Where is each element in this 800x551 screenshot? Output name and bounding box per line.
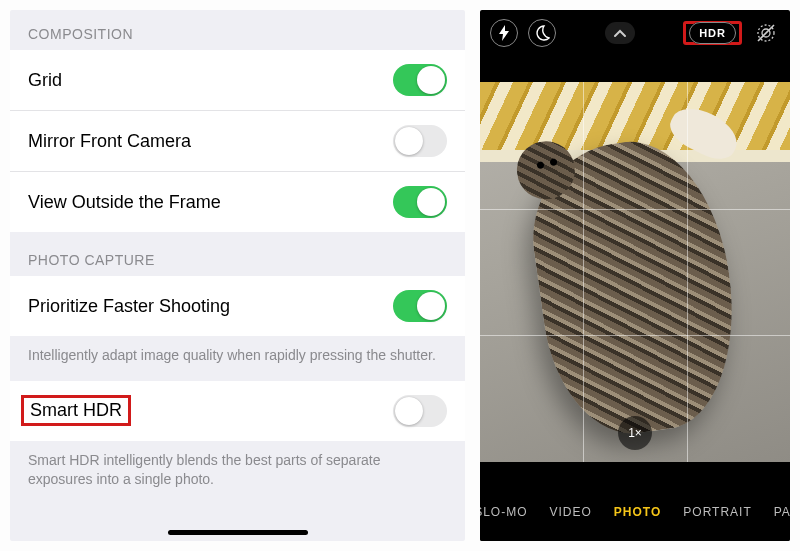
row-prioritize-faster-shooting[interactable]: Prioritize Faster Shooting [10, 276, 465, 336]
camera-mode-strip[interactable]: E SLO-MO VIDEO PHOTO PORTRAIT PANO [480, 483, 790, 541]
row-label: Prioritize Faster Shooting [28, 296, 230, 317]
toggle-smart-hdr[interactable] [393, 395, 447, 427]
flash-icon[interactable] [490, 19, 518, 47]
row-label: Mirror Front Camera [28, 131, 191, 152]
section-smart-hdr-rows: Smart HDR [10, 381, 465, 441]
row-mirror-front-camera[interactable]: Mirror Front Camera [10, 111, 465, 172]
mode-item[interactable]: PANO [774, 505, 790, 519]
viewfinder-subject-cat [521, 130, 750, 444]
row-label: View Outside the Frame [28, 192, 221, 213]
section-header-photo-capture: PHOTO CAPTURE [10, 232, 465, 276]
night-mode-icon[interactable] [528, 19, 556, 47]
svg-line-2 [758, 25, 774, 41]
row-grid[interactable]: Grid [10, 50, 465, 111]
footer-smart-hdr: Smart HDR intelligently blends the best … [10, 441, 465, 505]
section-photo-capture-rows: Prioritize Faster Shooting [10, 276, 465, 336]
grid-line [583, 82, 584, 462]
camera-app-panel: HDR 1× E SLO-MO VIDEO PHOTO PORTRAIT PAN… [480, 10, 790, 541]
mode-item[interactable]: PORTRAIT [683, 505, 751, 519]
toggle-grid[interactable] [393, 64, 447, 96]
mode-item[interactable]: SLO-MO [480, 505, 528, 519]
toggle-prioritize-faster-shooting[interactable] [393, 290, 447, 322]
footer-prioritize: Intelligently adapt image quality when r… [10, 336, 465, 381]
zoom-level-badge[interactable]: 1× [618, 416, 652, 450]
row-label: Smart HDR [22, 396, 130, 425]
section-composition-rows: Grid Mirror Front Camera View Outside th… [10, 50, 465, 232]
mode-item[interactable]: VIDEO [550, 505, 592, 519]
toggle-mirror-front-camera[interactable] [393, 125, 447, 157]
camera-top-bar: HDR [480, 10, 790, 56]
chevron-up-icon[interactable] [605, 22, 635, 44]
row-view-outside-frame[interactable]: View Outside the Frame [10, 172, 465, 232]
grid-line [480, 209, 790, 210]
hdr-highlight-box: HDR [683, 21, 742, 45]
live-photo-off-icon[interactable] [752, 19, 780, 47]
camera-viewfinder[interactable]: 1× [480, 82, 790, 462]
home-indicator[interactable] [168, 530, 308, 535]
camera-settings-panel: COMPOSITION Grid Mirror Front Camera Vie… [10, 10, 465, 541]
row-smart-hdr[interactable]: Smart HDR [10, 381, 465, 441]
toggle-view-outside-frame[interactable] [393, 186, 447, 218]
grid-line [480, 335, 790, 336]
grid-line [687, 82, 688, 462]
mode-item-selected[interactable]: PHOTO [614, 505, 661, 519]
section-header-composition: COMPOSITION [10, 10, 465, 50]
hdr-toggle-pill[interactable]: HDR [689, 22, 736, 44]
row-label: Grid [28, 70, 62, 91]
